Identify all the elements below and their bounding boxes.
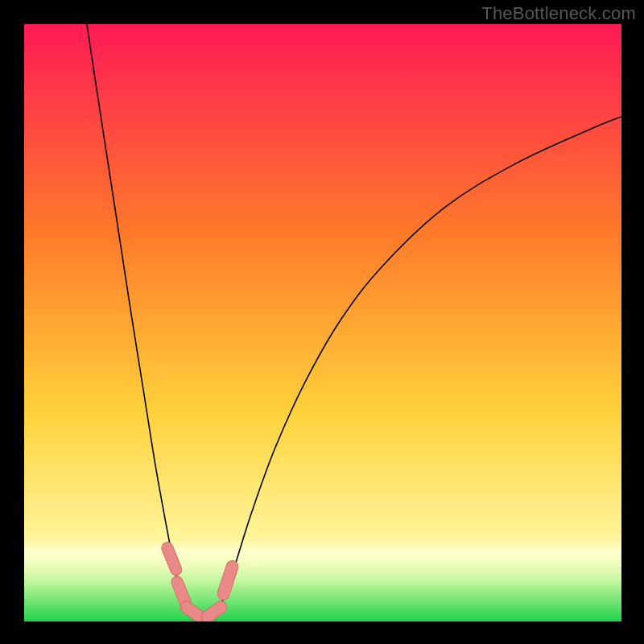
watermark-text: TheBottleneck.com (481, 3, 636, 24)
plot-background (24, 24, 621, 621)
bottleneck-curve-chart (24, 24, 621, 621)
chart-frame: TheBottleneck.com (0, 0, 644, 644)
